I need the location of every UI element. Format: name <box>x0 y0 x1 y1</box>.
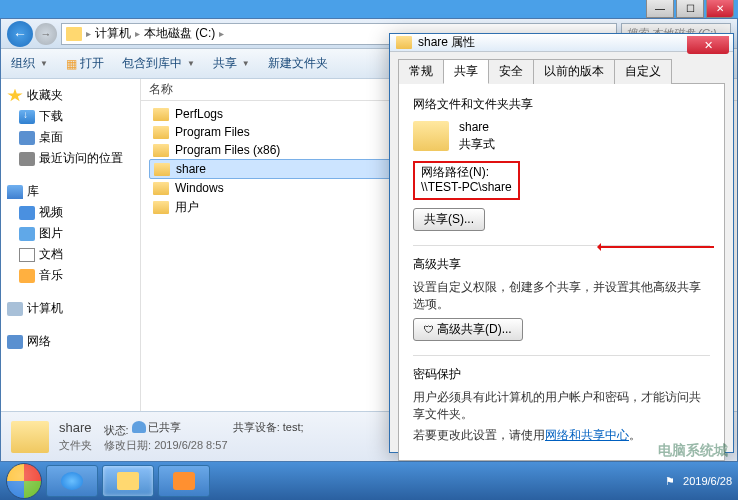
start-button[interactable] <box>6 463 42 499</box>
breadcrumb-drive[interactable]: 本地磁盘 (C:) <box>144 25 215 42</box>
toolbar-share[interactable]: 共享▼ <box>213 55 250 72</box>
computer-icon <box>7 302 23 316</box>
network-icon <box>7 335 23 349</box>
wmp-icon <box>173 472 195 490</box>
dialog-title-text: share 属性 <box>418 34 475 51</box>
file-name: PerfLogs <box>175 107 223 121</box>
chevron-right-icon: ▸ <box>219 28 224 39</box>
status-date-label: 修改日期: <box>104 439 151 451</box>
status-state-label: 状态: <box>104 423 129 435</box>
password-description: 用户必须具有此计算机的用户帐户和密码，才能访问共享文件夹。 <box>413 389 710 423</box>
folder-thumbnail-icon <box>11 421 49 453</box>
tab-3[interactable]: 以前的版本 <box>533 59 615 84</box>
share-name: share <box>459 119 495 136</box>
folder-icon <box>153 182 169 195</box>
file-name: Program Files (x86) <box>175 143 280 157</box>
file-name: Windows <box>175 181 224 195</box>
breadcrumb-computer[interactable]: 计算机 <box>95 25 131 42</box>
shared-icon <box>132 421 146 433</box>
folder-icon <box>153 108 169 121</box>
sidebar-computer[interactable]: 计算机 <box>5 298 136 319</box>
download-icon <box>19 110 35 124</box>
library-icon <box>7 185 23 199</box>
drive-icon <box>66 27 82 41</box>
navigation-pane: 收藏夹 下载 桌面 最近访问的位置 库 视频 图片 文档 音乐 计算机 网络 <box>1 79 141 411</box>
nav-forward-button: → <box>35 23 57 45</box>
folder-icon <box>153 126 169 139</box>
status-type: 文件夹 <box>59 438 92 453</box>
tab-4[interactable]: 自定义 <box>614 59 672 84</box>
watermark-text: 电脑系统城 <box>658 442 728 460</box>
toolbar-organize[interactable]: 组织▼ <box>11 55 48 72</box>
dialog-close-button[interactable]: ✕ <box>687 36 729 54</box>
share-state: 共享式 <box>459 136 495 153</box>
toolbar-open[interactable]: ▦打开 <box>66 55 104 72</box>
section-advanced-title: 高级共享 <box>413 256 710 273</box>
folder-icon <box>154 163 170 176</box>
status-state-value: 已共享 <box>148 420 181 435</box>
toolbar-newfolder[interactable]: 新建文件夹 <box>268 55 328 72</box>
network-path-value: \\TEST-PC\share <box>421 180 512 196</box>
advanced-share-description: 设置自定义权限，创建多个共享，并设置其他高级共享选项。 <box>413 279 710 313</box>
tab-1[interactable]: 共享 <box>443 59 489 84</box>
tab-0[interactable]: 常规 <box>398 59 444 84</box>
password-desc2-prefix: 若要更改此设置，请使用 <box>413 428 545 442</box>
tray-time[interactable]: 2019/6/28 <box>683 475 732 487</box>
star-icon <box>7 89 23 103</box>
status-name: share <box>59 420 92 438</box>
window-close-button[interactable]: ✕ <box>706 0 734 18</box>
music-icon <box>19 269 35 283</box>
network-sharing-center-link[interactable]: 网络和共享中心 <box>545 428 629 442</box>
taskbar-explorer[interactable] <box>102 465 154 497</box>
file-name: share <box>176 162 206 176</box>
sidebar-recent[interactable]: 最近访问的位置 <box>5 148 136 169</box>
dialog-tabs: 常规共享安全以前的版本自定义 <box>398 58 725 84</box>
sidebar-documents[interactable]: 文档 <box>5 244 136 265</box>
file-name: Program Files <box>175 125 250 139</box>
dialog-titlebar[interactable]: share 属性 <box>390 34 733 52</box>
advanced-share-button[interactable]: 高级共享(D)... <box>413 318 523 341</box>
taskbar: ⚑ 2019/6/28 <box>0 462 738 500</box>
video-icon <box>19 206 35 220</box>
desktop-icon <box>19 131 35 145</box>
sidebar-desktop[interactable]: 桌面 <box>5 127 136 148</box>
taskbar-wmp[interactable] <box>158 465 210 497</box>
explorer-icon <box>117 472 139 490</box>
file-name: 用户 <box>175 199 199 216</box>
sidebar-favorites[interactable]: 收藏夹 <box>5 85 136 106</box>
folder-icon <box>153 201 169 214</box>
status-date-value: 2019/6/28 8:57 <box>154 439 227 451</box>
sidebar-network[interactable]: 网络 <box>5 331 136 352</box>
taskbar-ie[interactable] <box>46 465 98 497</box>
share-button[interactable]: 共享(S)... <box>413 208 485 231</box>
document-icon <box>19 248 35 262</box>
properties-dialog: share 属性 ✕ 常规共享安全以前的版本自定义 网络文件和文件夹共享 sha… <box>389 33 734 453</box>
folder-large-icon <box>413 121 449 151</box>
window-maximize-button[interactable]: ☐ <box>676 0 704 18</box>
folder-icon <box>396 36 412 49</box>
tray-flag-icon[interactable]: ⚑ <box>665 475 675 488</box>
recent-icon <box>19 152 35 166</box>
picture-icon <box>19 227 35 241</box>
status-dev-value: test; <box>283 421 304 433</box>
section-network-sharing-title: 网络文件和文件夹共享 <box>413 96 710 113</box>
status-dev-label: 共享设备: <box>233 421 280 433</box>
sidebar-downloads[interactable]: 下载 <box>5 106 136 127</box>
annotation-arrow <box>599 246 714 248</box>
toolbar-include-library[interactable]: 包含到库中▼ <box>122 55 195 72</box>
ie-icon <box>61 472 83 490</box>
sidebar-videos[interactable]: 视频 <box>5 202 136 223</box>
network-path-label: 网络路径(N): <box>421 165 512 181</box>
sidebar-libraries[interactable]: 库 <box>5 181 136 202</box>
chevron-right-icon: ▸ <box>86 28 91 39</box>
chevron-right-icon: ▸ <box>135 28 140 39</box>
folder-icon <box>153 144 169 157</box>
section-password-title: 密码保护 <box>413 366 710 383</box>
sidebar-music[interactable]: 音乐 <box>5 265 136 286</box>
window-minimize-button[interactable]: — <box>646 0 674 18</box>
sidebar-pictures[interactable]: 图片 <box>5 223 136 244</box>
nav-back-button[interactable]: ← <box>7 21 33 47</box>
tab-2[interactable]: 安全 <box>488 59 534 84</box>
annotation-highlight-box: 网络路径(N): \\TEST-PC\share <box>413 161 520 200</box>
